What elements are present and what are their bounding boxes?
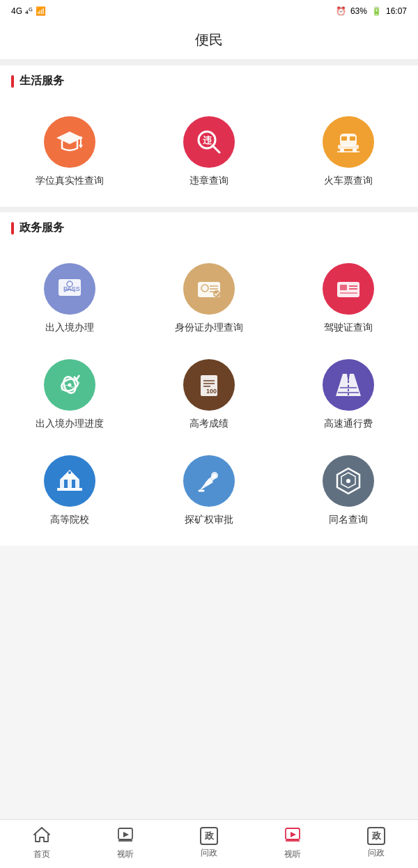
gaokao-label: 高考成绩 <box>189 418 229 430</box>
bottom-navigation: 首页 视听 政 问政 视听 <box>0 819 418 868</box>
home-icon <box>33 826 51 846</box>
battery-icon: 🔋 <box>371 6 382 16</box>
service-gaokao[interactable]: 100 高考成绩 <box>139 347 279 443</box>
service-border-progress[interactable]: 出入境办理进度 <box>0 347 139 443</box>
svg-rect-8 <box>338 145 359 149</box>
gaokao-icon-circle: 100 <box>183 359 235 411</box>
mining-icon-circle <box>183 455 235 507</box>
service-driver[interactable]: 驾驶证查询 <box>279 251 418 347</box>
status-right: ⏰ 63% 🔋 16:07 <box>336 6 407 16</box>
nav-wenzh2-label: 问政 <box>368 847 385 859</box>
service-degree[interactable]: 学位真实性查询 <box>0 104 139 200</box>
service-train[interactable]: 火车票查询 <box>279 104 418 200</box>
media2-icon <box>284 826 302 846</box>
service-violation[interactable]: 违 违章查询 <box>139 104 279 200</box>
border-icon: PASS <box>54 274 85 304</box>
id-icon-circle <box>183 263 235 315</box>
nav-media2[interactable]: 视听 <box>251 826 334 860</box>
gov-service-grid: PASS 出入境办理 身份证办理查询 <box>0 244 418 546</box>
border-progress-label: 出入境办理进度 <box>36 418 104 430</box>
svg-line-5 <box>212 145 219 152</box>
degree-label: 学位真实性查询 <box>36 175 104 187</box>
driver-label: 驾驶证查询 <box>324 322 373 334</box>
id-label: 身份证办理查询 <box>175 322 243 334</box>
name-check-icon <box>333 466 364 496</box>
battery-text: 63% <box>350 6 367 16</box>
svg-point-46 <box>211 472 218 479</box>
nav-media2-label: 视听 <box>284 849 301 860</box>
wifi-icon: 📶 <box>36 6 46 16</box>
alarm-icon: ⏰ <box>336 6 346 16</box>
svg-point-49 <box>346 479 350 483</box>
svg-marker-55 <box>291 832 296 837</box>
time-display: 16:07 <box>386 6 407 16</box>
border-icon-circle: PASS <box>44 263 95 315</box>
signal-text: 4G <box>11 6 22 16</box>
svg-marker-3 <box>79 145 83 148</box>
violation-icon: 违 <box>193 126 225 158</box>
university-label: 高等院校 <box>50 514 89 526</box>
section-gov-title: 政务服务 <box>20 221 64 235</box>
section-life-title: 生活服务 <box>20 74 64 88</box>
service-mining[interactable]: 探矿权审批 <box>139 443 279 539</box>
train-icon <box>333 127 364 157</box>
gaokao-icon: 100 <box>194 370 224 400</box>
svg-text:违: 违 <box>203 135 212 145</box>
svg-point-44 <box>68 471 71 474</box>
section-life-header: 生活服务 <box>0 60 418 97</box>
mining-label: 探矿权审批 <box>185 514 233 526</box>
svg-rect-42 <box>75 480 79 488</box>
violation-icon-circle: 违 <box>183 116 235 168</box>
university-icon <box>54 466 85 496</box>
svg-marker-52 <box>123 832 129 837</box>
train-label: 火车票查询 <box>324 175 373 187</box>
nav-home[interactable]: 首页 <box>0 826 84 860</box>
svg-text:100: 100 <box>206 388 217 395</box>
nav-media1-label: 视听 <box>117 849 134 860</box>
signal-4g: ₄ᴳ <box>25 6 33 16</box>
service-id[interactable]: 身份证办理查询 <box>139 251 279 347</box>
university-icon-circle <box>44 455 95 507</box>
svg-rect-24 <box>340 285 347 290</box>
degree-icon-circle <box>44 116 95 168</box>
nav-home-label: 首页 <box>33 849 50 860</box>
name-check-label: 同名查询 <box>329 514 368 526</box>
violation-label: 违章查询 <box>189 175 229 187</box>
wenzh2-icon: 政 <box>367 827 385 845</box>
highway-label: 高速通行费 <box>324 418 373 430</box>
page-header: 便民 <box>0 22 418 60</box>
status-left: 4G ₄ᴳ 📶 <box>11 6 46 16</box>
highway-icon <box>333 370 364 400</box>
svg-marker-0 <box>56 132 83 144</box>
driver-icon-circle <box>323 263 374 315</box>
svg-rect-39 <box>57 488 82 491</box>
border-progress-icon-circle <box>44 359 95 411</box>
wenzh2-char: 政 <box>372 831 381 840</box>
service-highway[interactable]: 高速通行费 <box>279 347 418 443</box>
status-bar: 4G ₄ᴳ 📶 ⏰ 63% 🔋 16:07 <box>0 0 418 22</box>
driver-icon <box>333 274 364 304</box>
nav-zhengwu[interactable]: 政 问政 <box>167 827 251 859</box>
life-service-grid: 学位真实性查询 违 违章查询 火车票查询 <box>0 97 418 207</box>
zhengwu-icon: 政 <box>200 827 218 845</box>
svg-marker-50 <box>34 828 49 842</box>
border-progress-icon <box>54 370 85 400</box>
svg-point-1 <box>79 136 82 139</box>
nav-zhengwu-label: 问政 <box>201 847 217 859</box>
name-check-icon-circle <box>323 455 374 507</box>
service-border[interactable]: PASS 出入境办理 <box>0 251 139 347</box>
train-icon-circle <box>323 116 374 168</box>
zhengwu-char: 政 <box>205 831 214 840</box>
highway-icon-circle <box>323 359 374 411</box>
page-title: 便民 <box>195 32 223 47</box>
nav-media1[interactable]: 视听 <box>84 826 167 860</box>
border-label: 出入境办理 <box>45 322 94 334</box>
degree-icon <box>55 127 84 157</box>
nav-wenzh2[interactable]: 政 问政 <box>334 827 418 859</box>
service-name-check[interactable]: 同名查询 <box>279 443 418 539</box>
id-icon <box>194 274 224 304</box>
svg-rect-9 <box>341 136 347 141</box>
svg-rect-40 <box>60 480 64 488</box>
media1-icon <box>116 826 134 846</box>
service-university[interactable]: 高等院校 <box>0 443 139 539</box>
